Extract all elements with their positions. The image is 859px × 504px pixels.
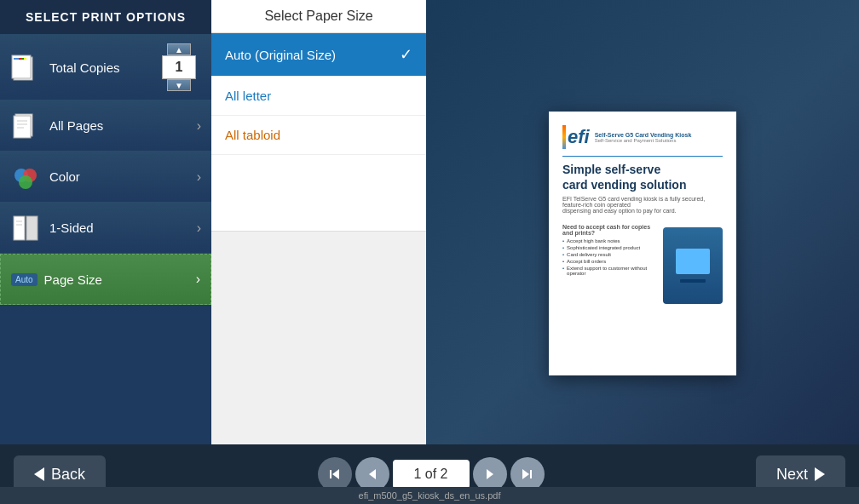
prev-page-btn[interactable] <box>355 457 389 491</box>
dropdown-list: Auto (Original Size) ✓ All letter All ta… <box>211 33 426 232</box>
dropdown-item-auto-label: Auto (Original Size) <box>225 48 336 62</box>
copies-spinner[interactable]: ▲ 1 ▼ <box>162 43 196 91</box>
dropdown-item-tabloid-label: All tabloid <box>225 128 280 142</box>
last-page-btn[interactable] <box>510 457 545 491</box>
dropdown-panel: Select Paper Size Auto (Original Size) ✓… <box>211 0 426 504</box>
copies-icon <box>10 52 41 83</box>
back-label: Back <box>51 466 85 484</box>
next-page-btn[interactable] <box>473 457 507 491</box>
option-color[interactable]: Color › <box>0 152 211 203</box>
option-page-size[interactable]: Auto Page Size › <box>0 254 211 305</box>
bullet-3: Card delivery result <box>562 252 656 257</box>
efi-logo-text: efi <box>568 126 590 148</box>
page-size-label: Page Size <box>44 272 196 287</box>
kiosk-slot <box>680 279 706 283</box>
back-arrow-icon <box>34 467 44 481</box>
sided-icon <box>10 213 41 243</box>
option-total-copies[interactable]: Total Copies ▲ 1 ▼ <box>0 35 211 100</box>
preview-title: Simple self-servecard vending solution <box>562 162 686 192</box>
auto-badge: Auto <box>11 273 37 286</box>
left-panel: SELECT PRINT OPTIONS Total Copies ▲ 1 ▼ <box>0 0 211 504</box>
efi-logo: efi Self-Serve G5 Card Vending Kiosk Sel… <box>562 125 691 149</box>
next-label: Next <box>776 466 808 484</box>
first-page-btn[interactable] <box>318 457 352 491</box>
filename-bar: efi_m500_g5_kiosk_ds_en_us.pdf <box>0 487 859 504</box>
pages-arrow-icon: › <box>197 118 201 134</box>
copies-down-btn[interactable]: ▼ <box>167 79 191 91</box>
checkmark-icon: ✓ <box>400 45 412 64</box>
color-icon <box>10 162 41 192</box>
logo-tagline: Self-Service and Payment Solutions <box>595 138 692 143</box>
bullet-5: Extend support to customer without opera… <box>562 266 656 276</box>
preview-content: Need to accept cash for copies and print… <box>562 224 723 307</box>
logo-stripe <box>562 125 566 149</box>
preview-panel: efi Self-Serve G5 Card Vending Kiosk Sel… <box>426 0 859 504</box>
svg-rect-8 <box>14 116 31 138</box>
bullet-2: Sophisticated integrated product <box>562 245 656 250</box>
kiosk-screen <box>676 249 710 274</box>
last-page-icon <box>522 469 532 479</box>
pages-label: All Pages <box>49 118 197 133</box>
first-page-icon <box>330 469 339 479</box>
next-page-icon <box>487 469 493 479</box>
svg-rect-16 <box>26 216 37 240</box>
page-display: 1 of 2 <box>393 460 470 489</box>
dropdown-item-auto[interactable]: Auto (Original Size) ✓ <box>211 33 426 77</box>
dropdown-title: Select Paper Size <box>211 0 426 33</box>
sided-label: 1-Sided <box>49 220 197 235</box>
copies-input[interactable]: 1 <box>162 55 196 79</box>
dropdown-item-tabloid[interactable]: All tabloid <box>211 116 426 155</box>
color-label: Color <box>49 169 197 184</box>
pages-icon <box>10 111 41 141</box>
kiosk-image <box>663 227 723 304</box>
divider <box>562 156 723 157</box>
preview-page: efi Self-Serve G5 Card Vending Kiosk Sel… <box>549 112 736 375</box>
copies-label: Total Copies <box>49 60 162 75</box>
svg-point-14 <box>19 175 32 189</box>
panel-title: SELECT PRINT OPTIONS <box>0 0 211 35</box>
main-container: SELECT PRINT OPTIONS Total Copies ▲ 1 ▼ <box>0 0 859 504</box>
bullet-4: Accept bill orders <box>562 259 656 264</box>
color-arrow-icon: › <box>197 169 201 185</box>
option-all-pages[interactable]: All Pages › <box>0 100 211 152</box>
logo-product-name: Self-Serve G5 Card Vending Kiosk <box>595 132 692 138</box>
filename: efi_m500_g5_kiosk_ds_en_us.pdf <box>359 490 501 501</box>
preview-subtitle: EFI TelServe G5 card vending kiosk is a … <box>562 196 723 214</box>
need-heading: Need to accept cash for copies and print… <box>562 224 656 236</box>
page-size-arrow-icon: › <box>196 272 200 287</box>
copies-up-btn[interactable]: ▲ <box>167 43 191 55</box>
next-arrow-icon <box>815 467 825 481</box>
dropdown-item-letter-label: All letter <box>225 89 271 103</box>
bullet-1: Accept high bank notes <box>562 238 656 243</box>
dropdown-item-letter[interactable]: All letter <box>211 77 426 116</box>
prev-page-icon <box>369 469 376 479</box>
option-sided[interactable]: 1-Sided › <box>0 203 211 254</box>
preview-bullets: Need to accept cash for copies and print… <box>562 224 656 307</box>
svg-rect-15 <box>14 216 25 240</box>
sided-arrow-icon: › <box>197 220 201 236</box>
pagination-controls: 1 of 2 <box>318 457 545 491</box>
